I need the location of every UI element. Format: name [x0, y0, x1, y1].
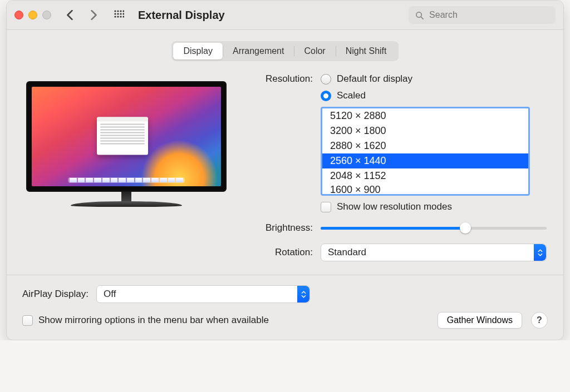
tab-label: Color [304, 46, 325, 56]
svg-point-5 [117, 13, 119, 14]
show-all-button[interactable] [111, 7, 127, 23]
brightness-label: Brightness: [246, 222, 313, 234]
monitor-screen [32, 87, 221, 186]
airplay-select[interactable]: Off [96, 285, 310, 303]
svg-point-4 [114, 13, 116, 14]
tabs: Display Arrangement Color Night Shift [171, 41, 398, 61]
mirroring-checkbox[interactable]: Show mirroring options in the menu bar w… [22, 315, 269, 326]
select-value: Standard [328, 247, 366, 258]
svg-point-9 [117, 16, 119, 17]
rotation-select[interactable]: Standard [321, 244, 547, 261]
minimize-window-button[interactable] [28, 11, 37, 19]
preview-dock [68, 177, 185, 183]
show-low-res-checkbox[interactable]: Show low resolution modes [321, 201, 530, 212]
footer-row: Show mirroring options in the menu bar w… [22, 312, 548, 329]
resolution-option[interactable]: 3200 × 1800 [322, 123, 528, 138]
radio-icon [321, 74, 331, 85]
chevrons-icon [534, 244, 546, 261]
slider-thumb[interactable] [460, 222, 471, 234]
resolution-row: Resolution: Default for display Scaled 5… [246, 72, 547, 212]
tab-night-shift[interactable]: Night Shift [336, 43, 397, 59]
svg-point-10 [120, 16, 121, 17]
radio-icon [321, 91, 331, 101]
window-title: External Display [138, 9, 225, 22]
svg-point-0 [114, 10, 116, 12]
resolution-option[interactable]: 2880 × 1620 [322, 138, 528, 153]
tab-arrangement[interactable]: Arrangement [223, 43, 294, 59]
radio-label: Default for display [337, 73, 412, 85]
chevrons-icon [297, 286, 309, 302]
resolution-option[interactable]: 2048 × 1152 [322, 168, 528, 183]
checkbox-icon [22, 315, 33, 326]
monitor-preview [23, 81, 229, 207]
checkbox-icon [321, 202, 331, 212]
svg-point-1 [117, 10, 119, 12]
radio-label: Scaled [337, 90, 366, 101]
resolution-scaled-radio[interactable]: Scaled [321, 90, 530, 101]
footer: AirPlay Display: Off Show mirroring opti… [7, 275, 563, 340]
rotation-label: Rotation: [246, 247, 313, 258]
svg-point-8 [114, 16, 116, 17]
back-button[interactable] [62, 7, 78, 23]
airplay-label: AirPlay Display: [22, 289, 89, 300]
brightness-slider[interactable] [321, 222, 547, 234]
svg-point-7 [122, 13, 124, 14]
search-icon [415, 11, 424, 20]
select-value: Off [104, 289, 116, 300]
monitor-preview-column [23, 72, 229, 207]
content-body: Resolution: Default for display Scaled 5… [7, 70, 563, 275]
tab-display[interactable]: Display [173, 43, 222, 59]
preferences-window: External Display Display Arrangement Col… [6, 0, 564, 340]
svg-line-13 [421, 17, 423, 19]
resolution-option[interactable]: 1600 × 900 [322, 183, 528, 194]
svg-point-11 [122, 16, 124, 17]
svg-point-2 [120, 10, 121, 12]
svg-point-3 [122, 10, 124, 12]
close-window-button[interactable] [14, 11, 23, 19]
resolution-default-radio[interactable]: Default for display [321, 73, 530, 85]
resolution-list[interactable]: 5120 × 2880 3200 × 1800 2880 × 1620 2560… [321, 107, 530, 196]
tab-color[interactable]: Color [294, 43, 335, 59]
zoom-window-button[interactable] [42, 11, 51, 19]
help-button[interactable]: ? [531, 312, 548, 329]
tabs-row: Display Arrangement Color Night Shift [7, 30, 563, 70]
tab-label: Night Shift [346, 46, 387, 56]
brightness-row: Brightness: [246, 222, 547, 234]
svg-point-6 [120, 13, 121, 14]
gather-windows-button[interactable]: Gather Windows [438, 312, 522, 329]
airplay-row: AirPlay Display: Off [22, 285, 548, 303]
checkbox-label: Show low resolution modes [337, 201, 452, 212]
forward-button[interactable] [86, 7, 101, 23]
tab-label: Arrangement [233, 46, 284, 56]
resolution-option[interactable]: 5120 × 2880 [322, 108, 528, 123]
search-input[interactable] [428, 9, 549, 21]
tab-label: Display [183, 46, 212, 56]
settings-column: Resolution: Default for display Scaled 5… [246, 72, 547, 261]
rotation-row: Rotation: Standard [246, 244, 547, 261]
window-controls [14, 11, 51, 19]
toolbar: External Display [7, 1, 563, 30]
preview-app-window [97, 117, 148, 155]
search-field[interactable] [409, 6, 556, 24]
resolution-option-selected[interactable]: 2560 × 1440 [322, 153, 528, 168]
checkbox-label: Show mirroring options in the menu bar w… [38, 315, 269, 326]
resolution-label: Resolution: [246, 72, 313, 85]
